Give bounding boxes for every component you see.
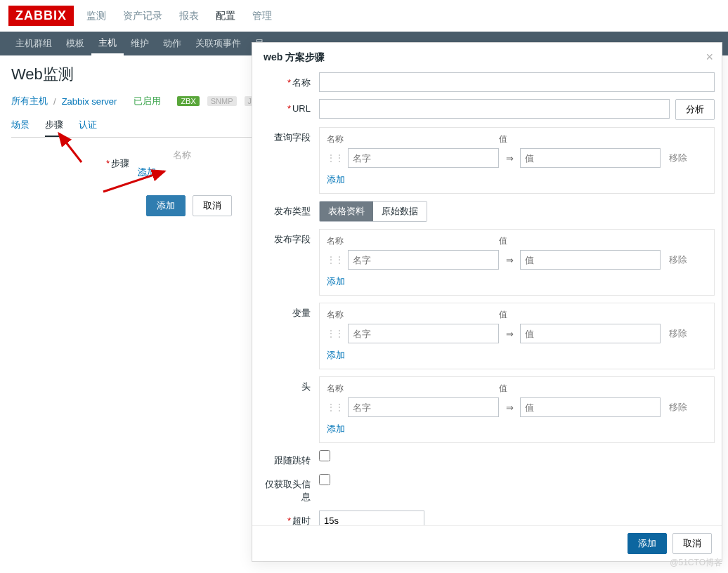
label-post-type: 发布类型 bbox=[274, 206, 311, 216]
post-value-input[interactable] bbox=[520, 250, 661, 270]
breadcrumb-host[interactable]: Zabbix server bbox=[62, 96, 117, 107]
post-value-head: 值 bbox=[499, 235, 646, 247]
arrow-icon: ⇒ bbox=[503, 255, 516, 265]
tag-zbx: ZBX bbox=[177, 96, 199, 106]
subnav-correlation[interactable]: 关联项事件 bbox=[188, 32, 248, 55]
query-value-input[interactable] bbox=[520, 148, 661, 168]
arrow-icon: ⇒ bbox=[503, 402, 516, 413]
subnav-actions[interactable]: 动作 bbox=[156, 32, 188, 55]
subnav-maintenance[interactable]: 维护 bbox=[124, 32, 156, 55]
drag-handle-icon[interactable]: ⋮⋮ bbox=[327, 329, 344, 338]
web-step-dialog: web 方案步骤 × *名称 *URL 分析 查询字段 名称值 ⋮⋮ bbox=[252, 42, 722, 562]
post-add-link[interactable]: 添加 bbox=[327, 276, 345, 286]
page-cancel-button[interactable]: 取消 bbox=[193, 195, 232, 216]
label-follow: 跟随跳转 bbox=[274, 455, 311, 466]
topnav-administration[interactable]: 管理 bbox=[251, 1, 273, 31]
query-value-head: 值 bbox=[499, 133, 646, 145]
dialog-add-button[interactable]: 添加 bbox=[628, 533, 667, 554]
headers-name-input[interactable] bbox=[348, 397, 499, 417]
arrow-icon: ⇒ bbox=[503, 153, 516, 164]
subnav-templates[interactable]: 模板 bbox=[59, 32, 91, 55]
url-parse-button[interactable]: 分析 bbox=[675, 99, 715, 120]
post-name-head: 名称 bbox=[327, 235, 485, 247]
vars-name-head: 名称 bbox=[327, 309, 485, 321]
vars-name-input[interactable] bbox=[348, 324, 499, 343]
dialog-close-icon[interactable]: × bbox=[706, 50, 713, 65]
query-name-head: 名称 bbox=[327, 133, 485, 145]
label-vars: 变量 bbox=[292, 308, 311, 318]
vars-add-link[interactable]: 添加 bbox=[327, 350, 345, 360]
query-add-link[interactable]: 添加 bbox=[327, 174, 345, 185]
tab-scenario[interactable]: 场景 bbox=[11, 114, 30, 137]
label-head-only: 仅获取头信息 bbox=[265, 479, 311, 502]
label-post-fields: 发布字段 bbox=[274, 234, 311, 244]
post-type-toggle[interactable]: 表格资料 原始数据 bbox=[319, 201, 427, 222]
follow-checkbox[interactable] bbox=[319, 450, 330, 461]
tab-auth[interactable]: 认证 bbox=[79, 114, 97, 137]
status-enabled: 已启用 bbox=[134, 95, 161, 107]
dialog-title: web 方案步骤 bbox=[252, 43, 722, 72]
topnav-monitoring[interactable]: 监测 bbox=[85, 1, 108, 31]
label-name: 名称 bbox=[292, 77, 311, 88]
subnav-hosts[interactable]: 主机 bbox=[91, 32, 124, 55]
post-remove-link[interactable]: 移除 bbox=[669, 253, 687, 266]
subnav-hostgroups[interactable]: 主机群组 bbox=[8, 32, 59, 55]
post-type-form[interactable]: 表格资料 bbox=[320, 202, 373, 221]
steps-add-link[interactable]: 添加 bbox=[138, 166, 156, 177]
vars-value-input[interactable] bbox=[520, 324, 661, 343]
headers-value-head: 值 bbox=[499, 383, 646, 395]
drag-handle-icon[interactable]: ⋮⋮ bbox=[327, 402, 344, 412]
page-add-button[interactable]: 添加 bbox=[146, 195, 186, 216]
post-name-input[interactable] bbox=[348, 250, 499, 270]
breadcrumb-all-hosts[interactable]: 所有主机 bbox=[11, 95, 48, 107]
label-timeout: 超时 bbox=[292, 515, 311, 525]
vars-remove-link[interactable]: 移除 bbox=[669, 327, 687, 340]
name-input[interactable] bbox=[319, 72, 715, 92]
dialog-cancel-button[interactable]: 取消 bbox=[672, 533, 712, 554]
query-remove-link[interactable]: 移除 bbox=[669, 152, 687, 164]
arrow-icon: ⇒ bbox=[503, 329, 516, 339]
label-headers: 头 bbox=[301, 381, 311, 392]
url-input[interactable] bbox=[319, 99, 670, 119]
query-name-input[interactable] bbox=[348, 148, 499, 168]
vars-value-head: 值 bbox=[499, 309, 646, 321]
head-only-checkbox[interactable] bbox=[319, 474, 330, 485]
logo: ZABBIX bbox=[8, 6, 74, 26]
breadcrumb-separator: / bbox=[53, 96, 56, 107]
drag-handle-icon[interactable]: ⋮⋮ bbox=[327, 153, 344, 163]
headers-name-head: 名称 bbox=[327, 383, 485, 395]
topnav-configuration[interactable]: 配置 bbox=[214, 1, 237, 31]
headers-value-input[interactable] bbox=[520, 397, 661, 417]
headers-remove-link[interactable]: 移除 bbox=[669, 401, 687, 414]
steps-col-name: 名称 bbox=[173, 149, 191, 162]
post-type-raw[interactable]: 原始数据 bbox=[373, 202, 427, 221]
label-query: 查询字段 bbox=[274, 132, 311, 143]
watermark: @51CTO博客 bbox=[670, 557, 722, 569]
label-url: URL bbox=[292, 103, 311, 114]
tag-snmp: SNMP bbox=[207, 96, 237, 106]
headers-add-link[interactable]: 添加 bbox=[327, 423, 345, 434]
topnav-inventory[interactable]: 资产记录 bbox=[122, 1, 164, 31]
timeout-input[interactable] bbox=[319, 511, 424, 525]
steps-label: 步骤 bbox=[111, 158, 129, 169]
drag-handle-icon[interactable]: ⋮⋮ bbox=[327, 255, 344, 265]
topnav-reports[interactable]: 报表 bbox=[178, 1, 200, 31]
tab-steps[interactable]: 步骤 bbox=[45, 114, 63, 137]
